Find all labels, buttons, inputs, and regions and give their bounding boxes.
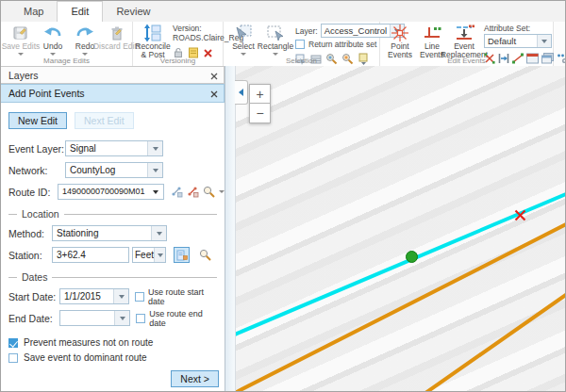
station-input[interactable]: 3+62.4 <box>52 247 129 263</box>
next-button[interactable]: Next > <box>171 370 219 387</box>
discard-edits-button[interactable]: Discard Edits <box>103 24 131 51</box>
map-zoom-control: + − <box>249 84 271 123</box>
reconcile-post-button[interactable]: Reconcile & Post <box>139 24 167 59</box>
station-location-marker[interactable] <box>514 208 526 225</box>
new-edit-button[interactable]: New Edit <box>8 112 67 129</box>
network-label: Network: <box>8 165 65 176</box>
reconcile-icon <box>143 24 162 42</box>
rectangle-select-icon <box>266 24 285 42</box>
use-route-start-date-checkbox[interactable] <box>135 292 144 302</box>
add-point-events-title: Add Point Events <box>8 88 210 99</box>
select-tool-icon <box>234 24 253 42</box>
end-date-label: End Date: <box>8 313 59 324</box>
tab-map[interactable]: Map <box>10 2 57 22</box>
group-selection: Select Rectangle Layer: Access_Control <box>224 22 380 66</box>
zoom-in-button[interactable]: + <box>249 84 271 104</box>
rectangle-select-button[interactable]: Rectangle <box>261 24 290 56</box>
network-combobox[interactable]: CountyLog <box>65 162 163 178</box>
collapse-pane-tab[interactable] <box>235 80 248 105</box>
zoom-out-button[interactable]: − <box>249 104 271 123</box>
attribute-set-label: Attribute Set: <box>484 24 552 33</box>
undo-button[interactable]: Undo <box>39 24 67 56</box>
chevron-down-icon[interactable] <box>82 53 88 56</box>
prevent-measures-checkbox[interactable] <box>8 338 18 348</box>
start-date-label: Start Date: <box>8 291 59 302</box>
start-date-input[interactable]: 1/1/2015 <box>59 288 129 304</box>
save-dominant-route-label: Save event to dominant route <box>24 352 147 363</box>
attribute-set-combobox[interactable]: Default <box>484 34 552 48</box>
layers-pane-header[interactable]: Layers <box>1 66 225 84</box>
group-edit-events: Point Events Line Events Event Replaceme… <box>380 22 554 66</box>
save-dominant-route-checkbox[interactable] <box>8 353 18 363</box>
group-manage-edits: Save Edits Undo Redo <box>1 22 133 66</box>
method-label: Method: <box>8 228 52 239</box>
event-replacement-icon <box>454 24 474 42</box>
chevron-down-icon[interactable] <box>151 226 166 240</box>
route-id-combobox[interactable]: 14900000700090M01 <box>58 184 164 200</box>
chevron-down-icon[interactable] <box>273 53 278 56</box>
save-edits-button[interactable]: Save Edits <box>7 24 35 56</box>
group-label-manage-edits: Manage Edits <box>1 57 132 65</box>
prevent-measures-label: Prevent measures not on route <box>24 337 153 348</box>
event-replacement-button[interactable]: Event Replacement <box>450 24 478 59</box>
station-label: Station: <box>8 250 52 261</box>
point-events-icon <box>391 24 409 42</box>
zoom-to-location-icon[interactable] <box>197 247 213 263</box>
group-label-selection: Selection <box>224 57 379 65</box>
use-route-start-date-label: Use route start date <box>148 287 217 306</box>
return-attribute-checkbox[interactable] <box>295 40 305 49</box>
chevron-down-icon[interactable] <box>18 53 24 56</box>
use-route-end-date-label: Use route end date <box>149 309 217 328</box>
ribbon-tab-bar: Map Edit Review <box>1 1 565 22</box>
event-layer-combobox[interactable]: Signal <box>65 140 163 156</box>
layers-pane-title: Layers <box>8 70 210 81</box>
chevron-left-icon <box>239 89 243 96</box>
add-point-events-body: New Edit Next Edit Event Layer: Signal N… <box>1 103 225 391</box>
event-layer-label: Event Layer: <box>8 143 65 155</box>
tab-edit[interactable]: Edit <box>57 1 103 22</box>
layer-label: Layer: <box>295 26 318 36</box>
chevron-down-icon[interactable] <box>147 141 162 155</box>
return-attribute-label: Return attribute set <box>308 40 376 49</box>
select-button[interactable]: Select <box>229 24 258 56</box>
tab-review[interactable]: Review <box>103 2 163 22</box>
chevron-down-icon[interactable] <box>154 248 165 262</box>
trash-icon <box>108 24 125 42</box>
redo-icon <box>75 24 94 42</box>
group-versioning: Reconcile & Post Version: ROADS.Claire_R… <box>133 22 224 66</box>
close-icon[interactable] <box>210 85 218 102</box>
select-route-on-map-icon[interactable] <box>185 184 201 200</box>
event-point-marker[interactable] <box>406 251 418 263</box>
group-label-versioning: Versioning <box>133 57 223 65</box>
location-section-header: Location <box>8 208 217 220</box>
add-point-events-header[interactable]: Add Point Events <box>1 84 225 103</box>
chevron-down-icon[interactable] <box>114 311 129 325</box>
chevron-down-icon[interactable] <box>147 163 162 177</box>
map-canvas[interactable]: + − <box>236 66 565 391</box>
end-date-input[interactable] <box>59 310 130 326</box>
undo-icon <box>43 24 62 42</box>
dates-section-header: Dates <box>8 271 217 283</box>
dock-pane: Layers Add Point Events New Edit Next Ed… <box>1 66 225 391</box>
arcgis-pro-window: Map Edit Review Save Edits Undo <box>0 0 566 392</box>
chevron-down-icon[interactable] <box>537 35 551 47</box>
point-events-button[interactable]: Point Events <box>386 24 414 59</box>
save-icon <box>12 24 29 42</box>
pick-location-on-map-button[interactable] <box>174 247 190 263</box>
next-edit-button[interactable]: Next Edit <box>75 112 134 129</box>
zoom-to-route-icon[interactable] <box>201 184 217 200</box>
method-combobox[interactable]: Stationing <box>52 225 167 241</box>
pane-dock-strip[interactable] <box>225 66 236 391</box>
station-unit-combobox[interactable]: Feet <box>132 247 166 263</box>
chevron-down-icon[interactable] <box>113 289 128 303</box>
chevron-down-icon[interactable] <box>50 53 56 56</box>
group-label-edit-events: Edit Events <box>380 57 553 65</box>
chevron-down-icon[interactable] <box>241 53 246 56</box>
select-route-icon[interactable] <box>169 184 185 200</box>
line-events-icon <box>423 24 441 42</box>
chevron-down-icon[interactable] <box>219 190 225 193</box>
use-route-end-date-checkbox[interactable] <box>136 314 145 323</box>
close-icon[interactable] <box>210 67 218 84</box>
chevron-down-icon[interactable] <box>149 185 163 199</box>
route-id-label: Route ID: <box>8 187 58 198</box>
